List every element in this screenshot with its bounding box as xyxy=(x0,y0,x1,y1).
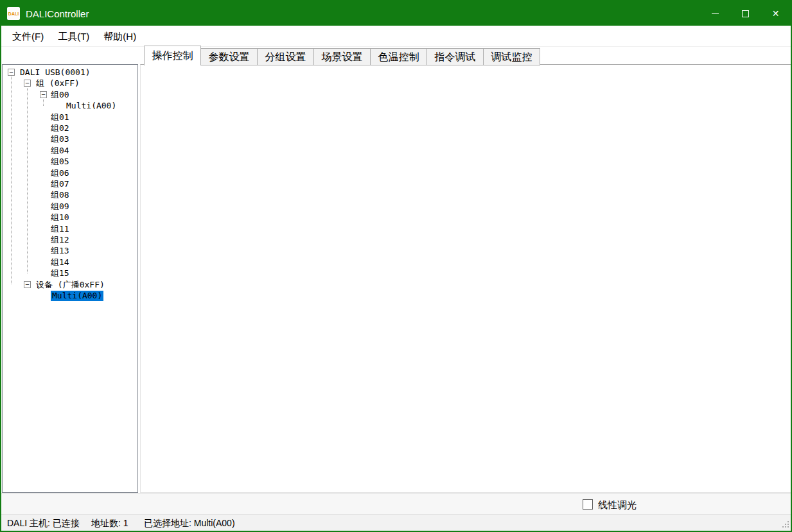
tab-0[interactable]: 操作控制 xyxy=(144,46,201,65)
tree-item-label[interactable]: 组00 xyxy=(51,90,69,100)
collapse-icon[interactable]: − xyxy=(24,80,31,87)
tree-item[interactable]: 组06 xyxy=(3,168,137,179)
tree-item[interactable]: 组13 xyxy=(3,246,137,257)
menu-item-0[interactable]: 文件(F) xyxy=(5,26,51,47)
tree-item-label[interactable]: 组 (0xFF) xyxy=(36,78,80,89)
menubar: 文件(F)工具(T)帮助(H) xyxy=(1,26,791,47)
tree-item-label[interactable]: 组06 xyxy=(51,168,69,178)
tree-item-label[interactable]: 组15 xyxy=(51,268,69,279)
tree-item-label[interactable]: 组01 xyxy=(51,112,69,123)
app-icon: DALI xyxy=(7,7,20,20)
tree-item-label[interactable]: 组10 xyxy=(51,212,69,223)
tree-item[interactable]: Multi(A00) xyxy=(3,291,137,302)
tree-item[interactable]: 组12 xyxy=(3,235,137,246)
tree-item[interactable]: 组08 xyxy=(3,190,137,201)
tree-item[interactable]: 组11 xyxy=(3,224,137,235)
menu-item-1[interactable]: 工具(T) xyxy=(51,26,96,47)
tree-item[interactable]: 组15 xyxy=(3,268,137,279)
tree-item[interactable]: 组05 xyxy=(3,157,137,167)
collapse-icon[interactable]: − xyxy=(40,91,47,98)
tree-item[interactable]: 组14 xyxy=(3,257,137,268)
minimize-button[interactable] xyxy=(700,1,730,26)
tree-item-label[interactable]: 组13 xyxy=(51,246,69,256)
tab-page xyxy=(140,64,792,493)
linear-dimming-label: 线性调光 xyxy=(598,499,637,511)
tab-strip: 操作控制参数设置分组设置场景设置色温控制指令调试调试监控 xyxy=(140,46,540,65)
tree-item[interactable]: 组09 xyxy=(3,202,137,212)
option-strip: 线性调光 xyxy=(1,493,791,514)
window-controls: ✕ xyxy=(700,1,791,26)
tree-item-label[interactable]: 组11 xyxy=(51,224,69,234)
tree-item-label[interactable]: 组03 xyxy=(51,134,69,144)
close-icon: ✕ xyxy=(772,9,780,18)
menu-item-2[interactable]: 帮助(H) xyxy=(96,26,143,47)
tree-item-label[interactable]: 组12 xyxy=(51,235,69,245)
tree-item[interactable]: 组03 xyxy=(3,134,137,145)
window-title: DALIController xyxy=(26,8,89,19)
minimize-icon xyxy=(712,13,719,14)
statusbar: DALI 主机: 已连接 地址数: 1 已选择地址: Multi(A00) xyxy=(1,514,791,531)
tree-item[interactable]: 组02 xyxy=(3,123,137,134)
tree-item-label[interactable]: 组08 xyxy=(51,190,69,200)
tree-item[interactable]: Multi(A00) xyxy=(3,101,137,112)
tree-item-label[interactable]: 组02 xyxy=(51,123,69,133)
tab-1[interactable]: 参数设置 xyxy=(200,48,258,65)
tree-item-label[interactable]: 组07 xyxy=(51,179,69,189)
tree-item[interactable]: −设备 (广播0xFF) xyxy=(3,280,137,291)
status-address-count: 地址数: 1 xyxy=(91,518,128,529)
collapse-icon[interactable]: − xyxy=(24,281,31,288)
tree-item-label[interactable]: 组14 xyxy=(51,257,69,268)
tree-item-label[interactable]: 组09 xyxy=(51,202,69,212)
device-tree: −DALI USB(0001)−组 (0xFF)−组00Multi(A00)组0… xyxy=(2,64,138,493)
tab-6[interactable]: 调试监控 xyxy=(483,48,540,65)
tab-5[interactable]: 指令调试 xyxy=(427,48,484,65)
tree-item-label[interactable]: 设备 (广播0xFF) xyxy=(36,280,105,290)
tree-item-label[interactable]: DALI USB(0001) xyxy=(20,67,91,78)
tree-item[interactable]: −组 (0xFF) xyxy=(3,78,137,89)
tree-item[interactable]: −组00 xyxy=(3,90,137,101)
app-window: DALI DALIController ✕ 文件(F)工具(T)帮助(H) 操作… xyxy=(0,0,792,532)
close-button[interactable]: ✕ xyxy=(761,1,791,26)
tree-item[interactable]: 组07 xyxy=(3,179,137,190)
tree-item-label[interactable]: 组05 xyxy=(51,157,69,167)
linear-dimming-checkbox[interactable] xyxy=(583,499,593,510)
status-selected-address: 已选择地址: Multi(A00) xyxy=(144,518,235,529)
status-host-connection: DALI 主机: 已连接 xyxy=(7,518,80,529)
tree-item[interactable]: 组10 xyxy=(3,212,137,223)
tree-item-label[interactable]: Multi(A00) xyxy=(51,291,103,301)
titlebar: DALI DALIController ✕ xyxy=(1,1,791,26)
tree-item-label[interactable]: 组04 xyxy=(51,146,69,156)
collapse-icon[interactable]: − xyxy=(8,69,15,76)
tree-item-label[interactable]: Multi(A00) xyxy=(66,101,116,111)
tab-2[interactable]: 分组设置 xyxy=(257,48,314,65)
tree-item[interactable]: 组04 xyxy=(3,146,137,157)
tree-item[interactable]: −DALI USB(0001) xyxy=(3,67,137,78)
tree-item[interactable]: 组01 xyxy=(3,112,137,123)
tab-3[interactable]: 场景设置 xyxy=(313,48,371,65)
app-icon-text: DALI xyxy=(8,12,19,16)
maximize-button[interactable] xyxy=(730,1,761,26)
tab-4[interactable]: 色温控制 xyxy=(370,48,427,65)
maximize-icon xyxy=(742,10,749,17)
resize-grip-icon[interactable] xyxy=(782,526,784,528)
